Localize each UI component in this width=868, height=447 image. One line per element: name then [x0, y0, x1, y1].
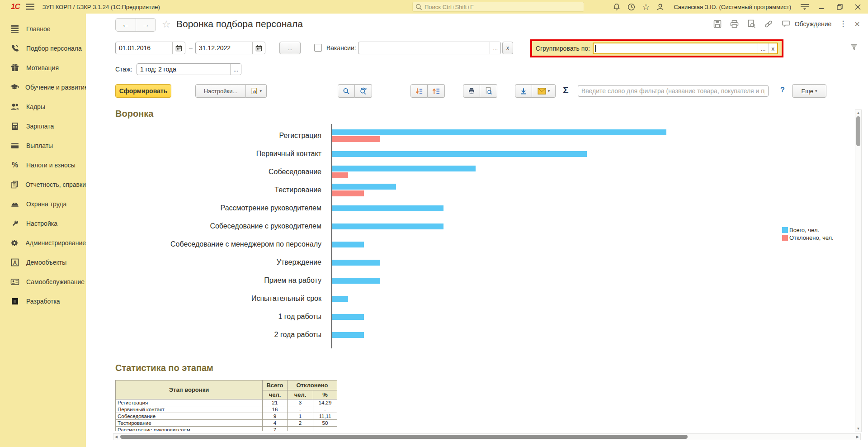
- sidebar-item-people[interactable]: Кадры: [0, 97, 86, 116]
- horizontal-scrollbar[interactable]: ◀ ▶: [113, 433, 861, 440]
- date-to-input[interactable]: [196, 42, 252, 54]
- date-from-calendar-icon[interactable]: [172, 42, 185, 54]
- generate-report-button[interactable]: Сформировать: [115, 84, 171, 98]
- expand-groups-button[interactable]: [410, 84, 428, 98]
- experience-input[interactable]: [137, 64, 230, 75]
- chart-bar[interactable]: [332, 260, 380, 266]
- global-search[interactable]: [412, 2, 584, 12]
- back-button[interactable]: ←: [116, 19, 136, 31]
- current-user[interactable]: Савинская З.Ю. (Системный программист): [674, 4, 791, 10]
- sidebar-item-phone[interactable]: Подбор персонала: [0, 38, 86, 58]
- chart-bar[interactable]: [332, 224, 443, 229]
- date-to-calendar-icon[interactable]: [252, 42, 265, 54]
- scroll-right-icon[interactable]: ▶: [856, 435, 859, 439]
- restore-icon[interactable]: [834, 2, 845, 12]
- group-by-choose-button[interactable]: ...: [758, 43, 769, 53]
- totals-sigma-icon[interactable]: Σ: [563, 85, 569, 95]
- sidebar-item-gift[interactable]: Мотивация: [0, 58, 86, 77]
- favorite-toggle-star-icon[interactable]: ☆: [162, 19, 171, 30]
- group-by-clear-button[interactable]: x: [769, 43, 778, 53]
- find-button[interactable]: [338, 84, 355, 98]
- sidebar-item-bank-card[interactable]: Выплаты: [0, 136, 86, 155]
- table-row[interactable]: Тестирование4250: [116, 420, 337, 427]
- sidebar-item-main-menu[interactable]: Главное: [0, 19, 86, 38]
- collapse-groups-button[interactable]: [428, 84, 445, 98]
- discussion-label[interactable]: Обсуждение: [795, 20, 832, 28]
- sidebar-item-percent[interactable]: %Налоги и взносы: [0, 155, 86, 175]
- vacancies-choose-button[interactable]: ...: [490, 42, 500, 54]
- table-row[interactable]: Первичный контакт16--: [116, 406, 337, 413]
- chart-row: Прием на работу: [115, 271, 775, 290]
- close-form-icon[interactable]: ×: [854, 19, 860, 29]
- chart-bar[interactable]: [332, 278, 380, 284]
- chart-bar[interactable]: [332, 129, 666, 135]
- filter-funnel-icon[interactable]: [850, 43, 858, 52]
- report-variants-button[interactable]: ▾: [246, 84, 267, 98]
- app-title: ЗУП КОРП / БЗКР 3.1.24 (1С:Предприятие): [42, 4, 160, 10]
- close-window-icon[interactable]: [852, 2, 863, 12]
- history-icon[interactable]: [627, 3, 636, 11]
- vacancies-checkbox[interactable]: [314, 44, 322, 52]
- preview-report-button[interactable]: [480, 84, 497, 98]
- sidebar-item-id-card[interactable]: Самообслуживание: [0, 272, 86, 291]
- save-result-button[interactable]: [515, 84, 532, 98]
- chart-bar[interactable]: [332, 184, 396, 190]
- settings-button[interactable]: Настройки...: [195, 84, 246, 98]
- forward-button[interactable]: →: [136, 19, 156, 31]
- vertical-scroll-thumb[interactable]: [856, 116, 860, 146]
- search-input[interactable]: [425, 4, 581, 10]
- chart-bar[interactable]: [332, 314, 364, 320]
- sidebar-item-graduation-cap[interactable]: Обучение и развитие: [0, 77, 86, 97]
- chart-bar[interactable]: [332, 166, 476, 171]
- chart-bar[interactable]: [332, 190, 364, 196]
- save-icon[interactable]: [713, 19, 722, 29]
- support-user-icon[interactable]: [656, 3, 665, 11]
- horizontal-scroll-thumb[interactable]: [120, 435, 688, 439]
- print-report-button[interactable]: [463, 84, 480, 98]
- main-menu-icon[interactable]: [26, 4, 34, 10]
- chart-bar[interactable]: [332, 136, 380, 142]
- send-mail-button[interactable]: ▾: [532, 84, 556, 98]
- minimize-icon[interactable]: [816, 2, 827, 12]
- scroll-left-icon[interactable]: ◀: [115, 435, 118, 439]
- sidebar-item-calculator[interactable]: Зарплата: [0, 116, 86, 136]
- scroll-down-icon[interactable]: ▼: [855, 427, 861, 431]
- vacancies-clear-button[interactable]: x: [502, 42, 513, 54]
- table-row[interactable]: Регистрация21314,29: [116, 399, 337, 406]
- print-icon[interactable]: [730, 19, 739, 29]
- favorites-star-icon[interactable]: ☆: [642, 3, 650, 11]
- find-next-button[interactable]: [355, 84, 372, 98]
- sidebar-item-wrench[interactable]: Настройка: [0, 214, 86, 233]
- group-by-input[interactable]: [596, 43, 758, 53]
- chart-row: Тестирование: [115, 181, 775, 199]
- print-preview-icon[interactable]: [747, 19, 756, 29]
- chart-bar[interactable]: [332, 242, 364, 247]
- chart-bar[interactable]: [332, 332, 364, 338]
- percent-cell: 14,29: [313, 399, 337, 406]
- help-link[interactable]: ?: [780, 86, 785, 94]
- discussion-icon[interactable]: [781, 19, 791, 28]
- sidebar-item-helmet[interactable]: Охрана труда: [0, 194, 86, 214]
- table-row[interactable]: Собеседование9111,11: [116, 413, 337, 420]
- experience-choose-button[interactable]: ...: [230, 64, 241, 75]
- table-row[interactable]: Рассмотрение руководителем7: [116, 427, 337, 431]
- sidebar-item-demo[interactable]: ДДемообъекты: [0, 252, 86, 272]
- sidebar-item-report-doc[interactable]: Отчетность, справки: [0, 175, 86, 194]
- chart-bar[interactable]: [332, 296, 348, 302]
- chart-bar[interactable]: [332, 205, 443, 211]
- sidebar-item-gear[interactable]: Администрирование: [0, 233, 86, 252]
- vertical-scrollbar[interactable]: ▲ ▼: [855, 109, 862, 432]
- more-actions-kebab-icon[interactable]: ⋮: [839, 19, 847, 29]
- vacancies-input[interactable]: [359, 42, 490, 54]
- more-button[interactable]: Еще▾: [792, 84, 826, 98]
- chart-bar[interactable]: [332, 151, 587, 157]
- chart-bar[interactable]: [332, 172, 348, 178]
- scroll-up-icon[interactable]: ▲: [855, 111, 861, 115]
- sidebar-item-dev-square[interactable]: Разработка: [0, 291, 86, 311]
- date-from-input[interactable]: [116, 42, 172, 54]
- notifications-bell-icon[interactable]: [613, 3, 621, 11]
- period-choose-button[interactable]: ...: [279, 42, 301, 54]
- service-menu-icon[interactable]: [800, 3, 809, 10]
- get-link-icon[interactable]: [764, 19, 774, 29]
- quick-filter-input[interactable]: [578, 86, 768, 96]
